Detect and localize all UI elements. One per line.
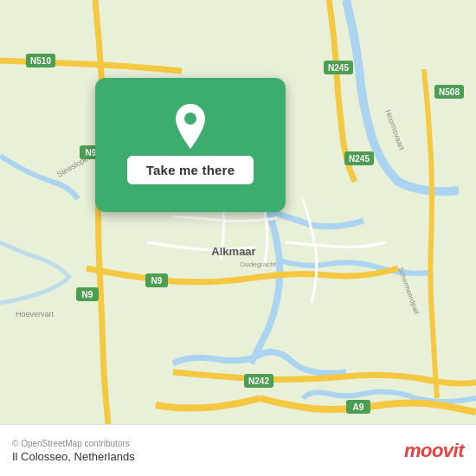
svg-text:N242: N242 [248, 376, 269, 386]
svg-point-25 [184, 113, 196, 125]
svg-text:Alkmaar: Alkmaar [211, 245, 255, 258]
moovit-brand-text: moovit [404, 440, 464, 462]
attribution-text: © OpenStreetMap contributors [12, 439, 135, 448]
place-name: Il Colosseo, Netherlands [12, 450, 135, 463]
location-pin-icon [170, 106, 211, 147]
footer-left: © OpenStreetMap contributors Il Colosseo… [12, 439, 135, 463]
footer: © OpenStreetMap contributors Il Colosseo… [0, 424, 476, 476]
svg-text:Hoevervart: Hoevervart [16, 310, 55, 318]
moovit-logo: moovit [404, 440, 464, 462]
action-card: Take me there [95, 78, 286, 212]
svg-text:Oudegracht: Oudegracht [240, 261, 277, 268]
take-me-there-button[interactable]: Take me there [127, 156, 254, 184]
svg-text:N508: N508 [439, 87, 460, 97]
svg-text:N510: N510 [30, 56, 51, 66]
svg-text:N245: N245 [328, 63, 349, 73]
svg-text:A9: A9 [353, 402, 364, 412]
map-container: Steesloper Hoornsvaart N510 N9 N9 N9 N24… [0, 0, 476, 424]
map-background: Steesloper Hoornsvaart N510 N9 N9 N9 N24… [0, 0, 476, 424]
svg-text:N245: N245 [349, 154, 370, 164]
svg-text:N9: N9 [151, 276, 163, 286]
svg-text:N9: N9 [82, 290, 93, 299]
